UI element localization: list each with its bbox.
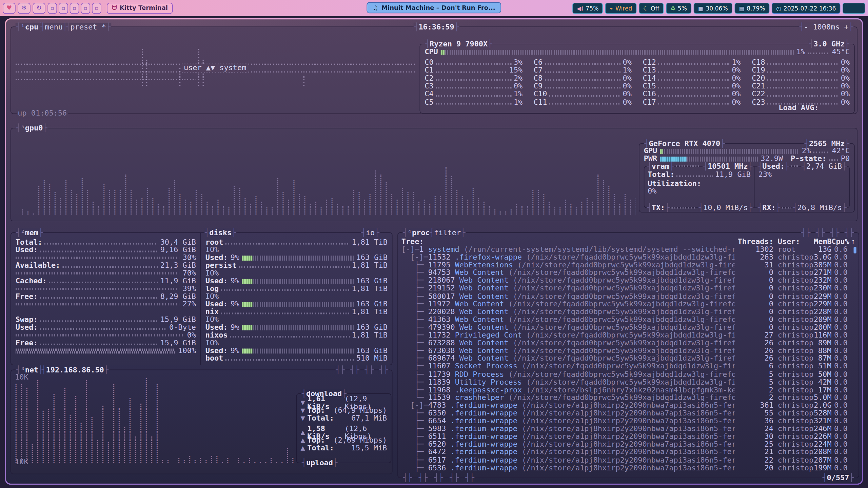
cpu-details-box: Ryzen 9 7900X 3.0 GHz CPU 1% 45°C C0 3% … (420, 44, 855, 114)
load-average-values (829, 104, 849, 112)
process-row[interactable]: ├─ 11968 .keepassxc-prox (/nix/store/bsl… (401, 386, 848, 394)
core-percent: 0% (841, 75, 850, 82)
process-row[interactable]: ├─ 673288 Web Content (/nix/store/fqadd0… (401, 339, 848, 347)
disks-title[interactable]: disks (204, 228, 236, 237)
vram-total-value: 11,9 GiB (715, 171, 751, 179)
process-row[interactable]: [-]─4783 .ferdium-wrappe (/nix/store/a1p… (401, 402, 848, 409)
process-row[interactable]: ├─ 11839 Utility Process (/nix/store/fqa… (401, 378, 848, 386)
workspace-button[interactable]: ▫ (92, 2, 101, 14)
column-tree[interactable]: Tree: (401, 238, 735, 246)
media-player-widget[interactable]: ♫ Minuit Machine – Don't Run Fro... (367, 2, 501, 14)
network-toggle[interactable] (364, 366, 374, 374)
disk-used-size: 163 GiB (356, 277, 388, 285)
status-chip[interactable]: ▤ 8.79% (734, 2, 769, 14)
column-user[interactable]: User: (773, 238, 814, 246)
process-row[interactable]: ├─ 11732 Privileged Cont (/nix/store/fqa… (401, 331, 848, 339)
update-interval-control[interactable]: - 1000ms + (799, 23, 853, 31)
memory-panel-title[interactable]: ²mem (16, 228, 43, 237)
memory-stat: Used: 0-Byte 0% (16, 324, 196, 339)
disk-io-label: IO% (205, 269, 219, 277)
status-chip[interactable]: ♻ 5% (666, 2, 691, 14)
process-row[interactable]: ├─ 11972 Web Content (/nix/store/fqadd0b… (401, 300, 848, 308)
process-row[interactable]: ├─ 94753 Web Content (/nix/store/fqadd0b… (401, 269, 848, 277)
disk-used-percent: 9% (231, 324, 239, 331)
column-mem[interactable]: MemB (814, 238, 831, 246)
process-footer-button[interactable] (418, 474, 428, 482)
workspace-button[interactable]: ▫ (47, 2, 57, 14)
core-name: C13 (643, 67, 656, 75)
menu-button[interactable]: menu (40, 23, 68, 31)
process-row[interactable]: ├─ 479390 Web Content (/nix/store/fqadd0… (401, 324, 848, 331)
column-cpu[interactable]: Cpu% (831, 238, 847, 246)
launcher-button[interactable]: ♥ (3, 2, 16, 14)
process-row[interactable]: ├─ 218067 Web Content (/nix/store/fqadd0… (401, 277, 848, 285)
process-cpu: 0.0 (831, 292, 847, 300)
process-row[interactable]: ├─ 6517 .ferdium-wrappe (/nix/store/a1pj… (401, 456, 848, 464)
process-row[interactable]: ├─ 41363 Web Content (/nix/store/fqadd0b… (401, 316, 848, 324)
process-row[interactable]: ├─ 220028 Web Content (/nix/store/fqadd0… (401, 308, 848, 316)
workspace-button[interactable]: ▫ (70, 2, 79, 14)
process-scrollbar-thumb[interactable] (854, 247, 856, 253)
process-row[interactable]: ├─ 219152 Web Content (/nix/store/fqadd0… (401, 285, 848, 292)
cpu-model-label: Ryzen 9 7900X (425, 40, 493, 48)
process-toggle[interactable] (844, 228, 854, 237)
process-footer-button[interactable] (449, 474, 459, 482)
process-row[interactable]: ├─ 6350 .ferdium-wrappe (/nix/store/a1pj… (401, 409, 848, 417)
network-toggle[interactable] (335, 366, 346, 374)
network-toggle[interactable] (350, 366, 360, 374)
sort-direction-icon[interactable]: ↑ (851, 238, 855, 246)
launcher-button[interactable]: ❄ (18, 2, 31, 14)
clock-widget[interactable]: ◷ 2025-07-22 16:36 (772, 2, 840, 14)
process-footer (402, 474, 475, 482)
process-row[interactable]: [-]─11532 .firefox-wrappe (/nix/store/fq… (401, 253, 848, 261)
music-note-icon: ♫ (373, 4, 378, 11)
network-toggle[interactable] (379, 366, 389, 374)
process-row[interactable]: ├─ 6654 .ferdium-wrappe (/nix/store/a1pj… (401, 417, 848, 425)
kitty-terminal-button[interactable]: ᗢ Kitty Terminal (107, 2, 173, 14)
cpu-panel-title[interactable]: ¹cpu (16, 23, 43, 31)
process-row[interactable]: [-]─1 systemd (/run/current-system/syste… (401, 246, 848, 253)
process-row[interactable]: ├─ 6511 .ferdium-wrappe (/nix/store/a1pj… (401, 433, 848, 441)
status-chip[interactable]: ▦ 30.06% (694, 2, 732, 14)
process-row[interactable]: ├─ 6472 .ferdium-wrappe (/nix/store/a1pj… (401, 448, 848, 456)
memory-stat-percent: 39% (182, 285, 196, 293)
preset-button[interactable]: preset * (65, 23, 111, 31)
cpu-graph: user ▲▼ system (16, 35, 415, 107)
process-row[interactable]: ├─ 11795 WebExtensions (/nix/store/fqadd… (401, 261, 848, 269)
process-row[interactable]: ├─ 6536 .ferdium-wrappe (/nix/store/a1pj… (401, 464, 848, 472)
process-row[interactable]: ├─ 673038 Web Content (/nix/store/fqadd0… (401, 347, 848, 355)
process-cpu: 0.0 (831, 308, 847, 316)
status-chip[interactable]: ⌁ Wired (605, 2, 636, 14)
core-percent: 2% (514, 75, 522, 82)
gpu-power-watts: 32.9W (761, 155, 783, 163)
process-toggle[interactable] (801, 228, 811, 237)
process-row[interactable]: ├─ 689674 Web Content (/nix/store/fqadd0… (401, 355, 848, 363)
io-toggle[interactable]: io (361, 228, 380, 237)
launcher-button[interactable]: ↻ (33, 2, 45, 14)
process-footer-button[interactable] (465, 474, 475, 482)
workspace-button[interactable]: ▫ (81, 2, 90, 14)
process-row[interactable]: ├─ 580017 Web Content (/nix/store/fqadd0… (401, 292, 848, 300)
status-chip[interactable]: ☾ Off (639, 2, 664, 14)
process-toggle[interactable] (830, 228, 840, 237)
column-threads[interactable]: Threads: (735, 238, 773, 246)
gpu-panel-title[interactable]: ⁵gpu0 (16, 124, 48, 132)
status-chip[interactable]: ◀) 75% (572, 2, 603, 14)
process-mem: 208M (814, 448, 831, 456)
process-footer-button[interactable] (434, 474, 444, 482)
process-row[interactable]: ├─ 11739 RDD Process (/nix/store/fqadd0b… (401, 370, 848, 378)
system-tray[interactable] (843, 2, 865, 14)
process-row[interactable]: ├─ 6520 .ferdium-wrappe (/nix/store/a1pj… (401, 441, 848, 448)
process-user: christoph (773, 277, 814, 285)
process-row[interactable]: ├─ 5983 .ferdium-wrappe (/nix/store/a1pj… (401, 425, 848, 433)
workspace-button[interactable]: ▫ (59, 2, 68, 14)
process-toggle[interactable] (815, 228, 825, 237)
core-grid: C0 3% C1 15% C2 2% C3 0% C4 1% C5 1% C6 … (425, 59, 850, 106)
process-row[interactable]: ├─ 11607 Socket Process (/nix/store/fqad… (401, 363, 848, 370)
process-table-header: Tree: Threads: User: MemB Cpu% (401, 238, 848, 246)
process-threads: 26 (735, 339, 773, 347)
process-row[interactable]: └─ 11539 crashhelper (/nix/store/fqadd0b… (401, 394, 848, 402)
disk-item: nixos 1,81 TiB IO% Used: 9% 163 GiB (205, 331, 388, 355)
process-footer-button[interactable] (402, 474, 413, 482)
filter-button[interactable]: filter (429, 228, 466, 237)
